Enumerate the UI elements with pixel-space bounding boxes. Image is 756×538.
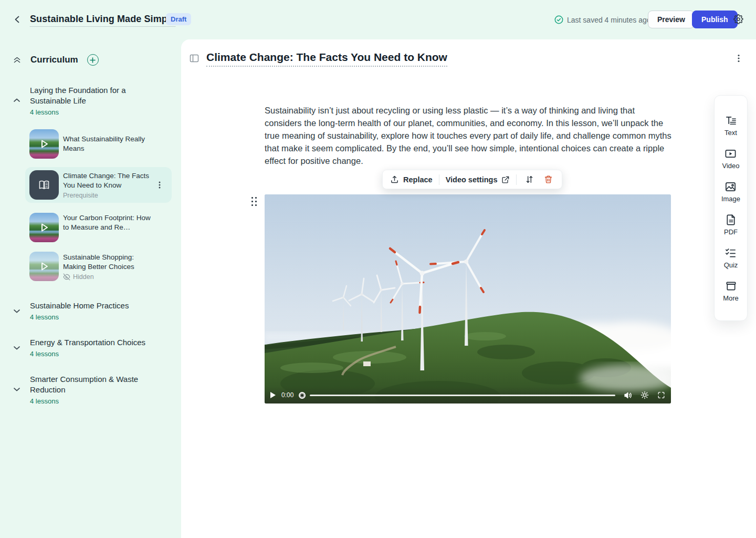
lesson-page-title[interactable]: Climate Change: The Facts You Need to Kn…: [206, 51, 447, 67]
insert-quiz-button[interactable]: Quiz: [724, 247, 738, 269]
lesson-intro-paragraph[interactable]: Sustainability isn’t just about recyclin…: [265, 104, 671, 167]
section-meta: 4 lessons: [30, 397, 59, 405]
play-button-icon[interactable]: [270, 391, 276, 399]
lesson-title: Your Carbon Footprint: How to Measure an…: [63, 213, 156, 232]
last-saved-text: Last saved 4 minutes ago: [567, 16, 651, 24]
course-title[interactable]: Sustainable Living Made Simple: [30, 14, 175, 27]
video-icon: [724, 148, 737, 160]
insert-more-label: More: [723, 294, 739, 302]
quiz-icon: [724, 247, 737, 259]
section-title[interactable]: Smarter Consumption & Waste Reduction: [30, 374, 156, 395]
section-title[interactable]: Sustainable Home Practices: [30, 301, 156, 311]
collapse-all-icon[interactable]: [13, 56, 22, 65]
replace-button[interactable]: Replace: [390, 175, 433, 184]
lesson-meta: Hidden: [73, 273, 94, 281]
settings-icon[interactable]: [640, 391, 649, 399]
check-circle-icon: [554, 15, 563, 24]
curriculum-sidebar: Curriculum Laying the Foundation for a S…: [0, 39, 181, 538]
progress-bar[interactable]: [310, 395, 615, 396]
video-player[interactable]: 0:00: [265, 194, 671, 404]
toolbar-divider: [516, 174, 517, 185]
insert-quiz-label: Quiz: [724, 261, 738, 269]
panel-toggle-icon[interactable]: [190, 54, 199, 63]
section-title[interactable]: Laying the Foundation for a Sustainable …: [30, 85, 156, 106]
section-collapse-icon[interactable]: [13, 96, 21, 105]
video-settings-label: Video settings: [446, 175, 498, 184]
insert-image-button[interactable]: Image: [721, 181, 740, 203]
lesson-kebab-icon[interactable]: [156, 181, 164, 189]
insert-video-label: Video: [722, 162, 739, 170]
lesson-title: Climate Change: The Facts You Need to Kn…: [63, 171, 156, 190]
delete-block-icon[interactable]: [542, 173, 554, 186]
section-meta: 4 lessons: [30, 108, 59, 116]
video-time: 0:00: [281, 391, 293, 399]
image-icon: [724, 181, 737, 193]
lesson-options-kebab-icon[interactable]: [735, 54, 742, 63]
lesson-item[interactable]: What Sustainability Really Means: [25, 126, 172, 162]
lesson-item[interactable]: Sustainable Shopping: Making Better Choi…: [25, 249, 172, 284]
volume-icon[interactable]: [624, 391, 633, 399]
lesson-meta: Prerequisite: [63, 192, 98, 199]
insert-image-label: Image: [721, 195, 740, 203]
section-title[interactable]: Energy & Transportation Choices: [30, 337, 156, 348]
add-section-button[interactable]: [87, 54, 99, 66]
section-expand-icon[interactable]: [13, 385, 21, 394]
video-thumbnail: [29, 129, 59, 159]
move-block-icon[interactable]: [523, 173, 536, 186]
insert-text-button[interactable]: Text: [724, 115, 737, 137]
pdf-icon: [725, 214, 737, 226]
course-editor-app: Sustainable Living Made Simple Draft Las…: [0, 0, 756, 538]
curriculum-heading: Curriculum: [30, 55, 78, 65]
insert-text-label: Text: [724, 129, 737, 137]
lesson-item[interactable]: Your Carbon Footprint: How to Measure an…: [25, 208, 172, 247]
upload-icon: [390, 175, 399, 184]
section-meta: 4 lessons: [30, 313, 59, 321]
save-status: Last saved 4 minutes ago: [554, 15, 651, 24]
video-thumbnail: [29, 252, 59, 281]
insert-video-button[interactable]: Video: [722, 148, 739, 170]
book-icon: [37, 178, 51, 192]
status-badge: Draft: [166, 13, 191, 25]
top-header: Sustainable Living Made Simple Draft Las…: [0, 0, 756, 39]
section-meta: 4 lessons: [30, 350, 59, 358]
more-icon: [725, 280, 737, 292]
video-block-toolbar: Replace Video settings: [382, 170, 562, 189]
video-settings-button[interactable]: Video settings: [446, 175, 510, 184]
publish-button[interactable]: Publish: [692, 11, 738, 28]
lesson-hidden-row: Hidden: [63, 273, 94, 281]
eye-off-icon: [63, 273, 70, 281]
lesson-title: What Sustainability Really Means: [63, 134, 156, 153]
text-icon: [725, 115, 737, 127]
insert-more-button[interactable]: More: [723, 280, 739, 302]
fullscreen-icon[interactable]: [657, 391, 666, 399]
video-thumbnail: [29, 213, 59, 242]
insert-pdf-button[interactable]: PDF: [724, 214, 738, 236]
toolbar-divider: [439, 174, 439, 185]
external-link-icon: [501, 175, 510, 184]
reading-lesson-tile: [29, 170, 59, 200]
insert-block-toolbar: Text Video Image PDF Quiz: [714, 95, 748, 321]
drag-handle-icon[interactable]: [250, 196, 259, 208]
insert-pdf-label: PDF: [724, 228, 738, 236]
section-expand-icon[interactable]: [13, 307, 21, 315]
video-controls-bar: 0:00: [265, 387, 671, 404]
gear-icon[interactable]: [733, 14, 743, 24]
back-icon[interactable]: [13, 15, 22, 24]
section-expand-icon[interactable]: [13, 344, 21, 352]
video-thumbnail: [265, 194, 671, 404]
replace-label: Replace: [403, 175, 433, 184]
scrubber-handle[interactable]: [299, 392, 306, 399]
lesson-title: Sustainable Shopping: Making Better Choi…: [63, 253, 156, 272]
lesson-item-selected[interactable]: Climate Change: The Facts You Need to Kn…: [25, 167, 172, 203]
preview-button[interactable]: Preview: [648, 11, 695, 28]
